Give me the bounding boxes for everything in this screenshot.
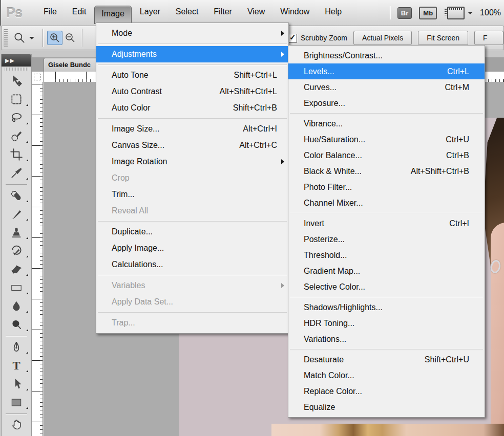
actual-pixels-button[interactable]: Actual Pixels [353,31,412,45]
ruler-number-7 [32,331,38,361]
rectangle-tool[interactable] [2,393,31,411]
menu-item-color-balance[interactable]: Color Balance... Ctrl+B [288,147,485,163]
brush-tool[interactable] [2,205,31,223]
menu-item-shadows-highlights[interactable]: Shadows/Highlights... [288,299,485,315]
path-selection-tool[interactable] [2,375,31,393]
menu-layer[interactable]: Layer [133,4,167,21]
menu-item-levels[interactable]: Levels... Ctrl+L [288,63,485,79]
menu-image[interactable]: Image [95,6,131,24]
menu-edit[interactable]: Edit [66,4,93,21]
menu-item-brightness-contrast[interactable]: Brightness/Contrast... [288,48,485,63]
menu-separator [98,64,287,65]
panel-collapse-header[interactable]: ▶▶ [2,54,31,67]
shortcut-label: Ctrl+L [447,67,469,76]
menu-item-replace-color[interactable]: Replace Color... [288,383,485,399]
menu-item-image-rotation[interactable]: Image Rotation [96,154,288,170]
menu-help[interactable]: Help [318,4,348,21]
menu-item-duplicate[interactable]: Duplicate... [96,224,288,240]
adjustments-submenu: Brightness/Contrast... Levels... Ctrl+L … [288,45,485,418]
menu-item-invert[interactable]: Invert Ctrl+I [288,215,485,231]
menu-item-auto-contrast[interactable]: Auto Contrast Alt+Shift+Ctrl+L [96,83,288,100]
move-tool[interactable] [2,72,31,90]
lasso-tool[interactable] [2,108,31,127]
scrubby-zoom-label[interactable]: Scrubby Zoom [301,34,347,42]
menu-view[interactable]: View [241,4,271,21]
chevron-down-icon[interactable] [468,12,473,17]
menu-item-photo-filter[interactable]: Photo Filter... [288,179,485,195]
menu-separator [290,349,483,350]
eyedropper-tool[interactable] [2,164,31,182]
menu-item-auto-tone[interactable]: Auto Tone Shift+Ctrl+L [96,67,288,83]
mini-bridge-button[interactable]: Mb [419,7,437,19]
spot-healing-brush-tool[interactable] [2,186,31,205]
menu-item-gradient-map[interactable]: Gradient Map... [288,263,485,279]
menu-item-apply-image[interactable]: Apply Image... [96,240,288,256]
zoom-tool-icon[interactable] [11,30,28,46]
dodge-icon [10,318,23,331]
menu-item-equalize[interactable]: Equalize [288,399,485,415]
clone-stamp-tool[interactable] [2,223,31,242]
menu-item-exposure[interactable]: Exposure... [288,95,485,111]
menu-item-calculations[interactable]: Calculations... [96,256,288,273]
zoom-in-button[interactable] [47,31,62,45]
menu-item-curves[interactable]: Curves... Ctrl+M [288,79,485,95]
menu-item-variables[interactable]: Variables [96,277,288,294]
menu-item-adjustments[interactable]: Adjustments [96,46,288,62]
history-brush-tool[interactable] [2,242,31,260]
tool-list: T [2,72,31,434]
crop-tool[interactable] [2,145,31,164]
menu-item-vibrance[interactable]: Vibrance... [288,116,485,132]
ruler-origin-corner[interactable] [32,72,44,82]
menu-item-crop[interactable]: Crop [96,170,288,186]
bridge-button[interactable]: Br [397,7,412,19]
hand-icon [10,418,23,431]
horizontal-ruler-right [484,72,504,82]
panel-grip-icon [5,68,28,71]
menu-item-posterize[interactable]: Posterize... [288,231,485,247]
shortcut-label: Ctrl+B [446,151,469,160]
menu-item-selective-color[interactable]: Selective Color... [288,279,485,295]
menu-item-trap[interactable]: Trap... [96,315,288,331]
menu-item-mode[interactable]: Mode [96,25,288,41]
menu-window[interactable]: Window [274,4,316,21]
rectangular-marquee-tool[interactable] [2,90,31,108]
fill-screen-button-partial[interactable]: F [474,31,503,45]
blur-tool[interactable] [2,297,31,315]
menu-item-match-color[interactable]: Match Color... [288,367,485,383]
menu-item-canvas-size[interactable]: Canvas Size... Alt+Ctrl+C [96,137,288,154]
menu-filter[interactable]: Filter [207,4,239,21]
menu-item-hdr-toning[interactable]: HDR Toning... [288,315,485,331]
zoom-level[interactable]: 100% [480,8,501,17]
drag-grip-icon[interactable] [4,29,8,47]
menu-item-threshold[interactable]: Threshold... [288,247,485,263]
type-tool[interactable]: T [2,356,31,375]
rectangular-marquee-icon [10,93,23,106]
gradient-tool[interactable] [2,278,31,297]
menu-item-variations[interactable]: Variations... [288,331,485,347]
svg-text:T: T [12,359,20,372]
menu-item-reveal-all[interactable]: Reveal All [96,203,288,219]
dodge-tool[interactable] [2,315,31,334]
menu-item-channel-mixer[interactable]: Channel Mixer... [288,195,485,211]
menu-item-trim[interactable]: Trim... [96,186,288,203]
scrubby-zoom-checkbox[interactable] [288,34,297,42]
screen-mode-icon[interactable] [447,7,465,19]
spot-healing-brush-icon [10,189,23,202]
double-chevron-right-icon: ▶▶ [5,57,15,64]
menu-item-hue-saturation[interactable]: Hue/Saturation... Ctrl+U [288,132,485,147]
quick-selection-tool[interactable] [2,127,31,145]
options-separator [82,29,82,47]
menu-item-black-white[interactable]: Black & White... Alt+Shift+Ctrl+B [288,163,485,179]
zoom-out-button[interactable] [62,31,78,45]
menu-item-apply-data-set[interactable]: Apply Data Set... [96,294,288,310]
menu-item-auto-color[interactable]: Auto Color Shift+Ctrl+B [96,100,288,116]
tool-preset-caret-icon[interactable] [29,37,34,42]
menu-item-image-size[interactable]: Image Size... Alt+Ctrl+I [96,121,288,137]
pen-tool[interactable] [2,338,31,356]
menu-file[interactable]: File [37,4,64,21]
eraser-tool[interactable] [2,260,31,278]
menu-item-desaturate[interactable]: Desaturate Shift+Ctrl+U [288,352,485,367]
hand-tool[interactable] [2,416,31,434]
fit-screen-button[interactable]: Fit Screen [418,31,468,45]
menu-select[interactable]: Select [169,4,205,21]
